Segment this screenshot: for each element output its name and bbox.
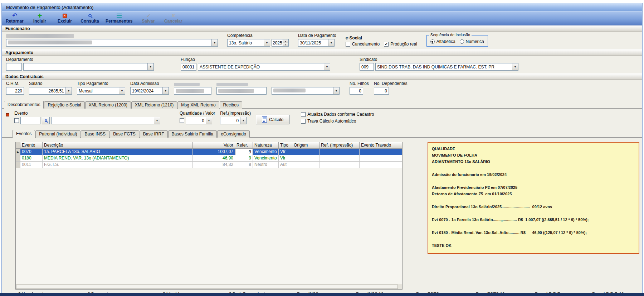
employee-combobox[interactable]	[6, 39, 218, 47]
tab-msg-xml-retorno[interactable]: Msg XML Retorno	[177, 101, 219, 109]
spin-up-icon[interactable]	[283, 39, 288, 43]
subtab-econsignado[interactable]: eConsignado	[217, 130, 250, 138]
data-admissao-combobox[interactable]: 19/02/2024	[130, 87, 169, 95]
evento-codigo-input[interactable]	[20, 117, 40, 124]
cell-refer[interactable]: 9	[235, 149, 253, 155]
funcao-codigo-input[interactable]	[181, 63, 196, 71]
cell-natureza[interactable]: Vencimento	[253, 149, 279, 155]
departamento-combobox[interactable]	[23, 63, 154, 71]
chevron-down-icon[interactable]	[333, 87, 339, 94]
ano-input[interactable]	[272, 39, 283, 46]
evento-combobox[interactable]	[51, 117, 160, 124]
permanentes-button[interactable]: Permanentes	[106, 13, 132, 24]
chevron-down-icon[interactable]	[65, 87, 72, 94]
ref-impressao-combobox[interactable]: 0	[220, 117, 247, 124]
dependentes-input[interactable]	[374, 87, 389, 95]
chevron-down-icon[interactable]	[211, 39, 218, 46]
calculo-button[interactable]: Cálculo	[256, 115, 289, 124]
table-row[interactable]: 0180 MEDIA REND. VAR. 13o (ADIANTAMENTO)…	[16, 155, 402, 162]
chevron-down-icon[interactable]	[512, 63, 518, 70]
quantidade-combobox[interactable]: 0	[186, 117, 212, 124]
chevron-down-icon[interactable]	[324, 63, 330, 70]
cell-evento-travado[interactable]	[360, 155, 402, 162]
consulta-button[interactable]: Consulta	[80, 13, 99, 24]
retornar-button[interactable]: Retornar	[5, 13, 24, 24]
tab-recibos[interactable]: Recibos	[220, 101, 242, 109]
data-pagamento-combobox[interactable]: 30/11/2025	[298, 39, 335, 47]
tipo-pagamento-combobox[interactable]: Mensal	[77, 87, 125, 95]
spin-down-icon[interactable]	[283, 43, 288, 46]
column-header-tipo[interactable]: Tipo	[279, 142, 292, 149]
cell-valor[interactable]: 1007,07	[193, 149, 235, 155]
cell-ref-impressao[interactable]	[319, 155, 360, 162]
column-header-refer[interactable]: Refer.	[235, 142, 253, 149]
incluir-button[interactable]: Incluir	[30, 13, 49, 24]
tab-xml-retorno-1200[interactable]: XML Retorno (1200)	[85, 101, 131, 109]
cell-origem[interactable]	[292, 162, 319, 168]
cell-ref-impressao[interactable]	[319, 149, 360, 155]
chevron-down-icon[interactable]	[240, 117, 246, 124]
chevron-down-icon[interactable]	[119, 87, 125, 94]
column-header-natureza[interactable]: Natureza	[253, 142, 279, 149]
table-row[interactable]: 0011 F.G.T.S. 84,32 8 Neutro Aut	[16, 162, 402, 168]
tab-xml-retorno-1210[interactable]: XML Retorno (1210)	[131, 101, 177, 109]
chm-input[interactable]	[6, 87, 24, 95]
competencia-combobox[interactable]: 13o. Salário	[227, 39, 270, 47]
column-header-valor[interactable]: Valor	[193, 142, 235, 149]
cell-ref-impressao[interactable]	[319, 162, 360, 168]
subtab-base-fgts[interactable]: Base FGTS	[109, 130, 139, 138]
column-header-origem[interactable]: Origem	[292, 142, 319, 149]
column-header-descricao[interactable]: Descrição	[43, 142, 193, 149]
scrollbar-thumb[interactable]	[16, 285, 398, 289]
cell-tipo[interactable]: Vlr	[279, 155, 292, 162]
subtab-patronal[interactable]: Patronal (individual)	[35, 130, 80, 138]
cell-natureza[interactable]: Neutro	[253, 162, 279, 168]
column-header-evento-travado[interactable]: Evento Travado	[360, 142, 402, 149]
cell-evento-travado[interactable]	[360, 162, 402, 168]
chevron-down-icon[interactable]	[154, 117, 160, 124]
chevron-down-icon[interactable]	[206, 117, 212, 124]
departamento-codigo-input[interactable]	[6, 63, 22, 71]
numerica-radio[interactable]	[460, 39, 464, 44]
subtab-base-inss[interactable]: Base INSS	[81, 130, 109, 138]
cell-evento[interactable]: 0070	[20, 149, 43, 155]
cell-evento[interactable]: 0180	[20, 155, 43, 162]
subtab-bases-salario-familia[interactable]: Bases Salário Família	[168, 130, 217, 138]
trava-calculo-checkbox[interactable]	[301, 119, 306, 124]
evento-checkbox[interactable]	[14, 118, 19, 123]
atualiza-dados-checkbox[interactable]	[301, 112, 306, 117]
producao-real-checkbox[interactable]	[384, 42, 389, 47]
cell-tipo[interactable]: Aut	[279, 162, 292, 168]
sindicato-codigo-input[interactable]	[360, 63, 374, 71]
cell-origem[interactable]	[292, 155, 319, 162]
cell-evento[interactable]: 0011	[20, 162, 43, 168]
salario-combobox[interactable]: 2685,51	[29, 87, 72, 95]
alfabetica-radio[interactable]	[430, 39, 435, 44]
quantidade-checkbox[interactable]	[180, 118, 184, 123]
cell-valor[interactable]: 84,32	[193, 162, 235, 168]
funcao-combobox[interactable]: ASSISTENTE DE EXPEDIÇÃO	[198, 63, 330, 71]
subtab-eventos[interactable]: Eventos	[13, 130, 35, 138]
redacted-combobox[interactable]	[272, 87, 340, 95]
sindicato-combobox[interactable]: SIND.DOS TRAB. DAS IND QUIMICAS E FARMAC…	[375, 63, 518, 71]
column-header-ref-impressao[interactable]: Ref. (Impressão)	[319, 142, 360, 149]
column-header-evento[interactable]: Evento	[20, 142, 43, 149]
excluir-button[interactable]: Excluir	[55, 13, 74, 24]
chevron-down-icon[interactable]	[162, 87, 169, 94]
table-row[interactable]: 0070 1a. PARCELA 13o. SALARIO 1007,07 9 …	[16, 149, 402, 155]
chevron-down-icon[interactable]	[264, 39, 270, 46]
cell-refer[interactable]: 8	[235, 162, 253, 168]
subtab-base-irrf[interactable]: Base IRRF	[140, 130, 168, 138]
chevron-down-icon[interactable]	[147, 63, 153, 70]
tab-rejeicao-esocial[interactable]: Rejeição e-Social	[44, 101, 84, 109]
cell-descricao[interactable]: MEDIA REND. VAR. 13o (ADIANTAMENTO)	[43, 155, 193, 162]
tab-desdobramentos[interactable]: Desdobramentos	[4, 101, 44, 109]
cell-tipo[interactable]: Vlr	[279, 149, 292, 155]
redacted-input-1[interactable]	[174, 87, 211, 95]
cell-natureza[interactable]: Vencimento	[253, 155, 279, 162]
cell-evento-travado[interactable]	[360, 149, 402, 155]
cancelamento-checkbox[interactable]	[346, 42, 350, 47]
cell-descricao[interactable]: F.G.T.S.	[43, 162, 193, 168]
filhos-input[interactable]	[350, 87, 363, 95]
ano-spinner[interactable]	[272, 39, 289, 47]
